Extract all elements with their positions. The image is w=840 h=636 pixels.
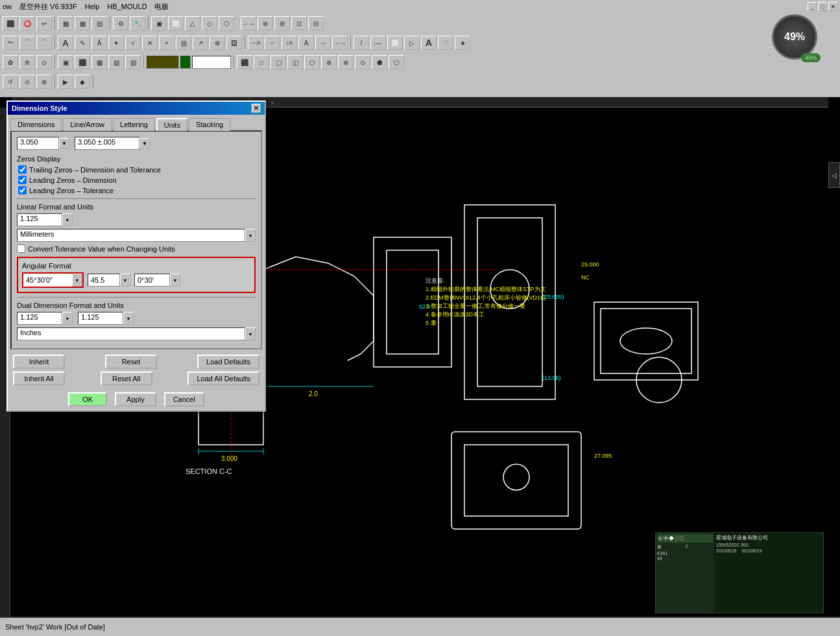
reset-button[interactable]: Reset xyxy=(105,355,157,369)
right-panel-toggle[interactable]: ◁ xyxy=(828,162,840,188)
leading-zeros-tol-checkbox[interactable] xyxy=(18,186,27,194)
tb3-16[interactable]: ⊙ xyxy=(355,55,370,69)
apply-button[interactable]: Apply xyxy=(115,392,156,406)
tab-dimensions[interactable]: Dimensions xyxy=(10,118,62,131)
load-all-defaults-button[interactable]: Load All Defaults xyxy=(187,371,259,386)
tb3-7[interactable]: ▧ xyxy=(108,55,124,69)
tb3-17[interactable]: ⬟ xyxy=(372,55,387,69)
angular-field-2[interactable]: 45.5 xyxy=(88,274,120,287)
tb-line3[interactable]: ⬜ xyxy=(387,36,403,50)
angular-field-1[interactable]: 45°30′0″ xyxy=(23,274,72,287)
toolbar-btn-14[interactable]: ⊞ xyxy=(274,16,290,30)
dual-value-1[interactable]: 1.125 xyxy=(17,312,62,325)
dual-value-1-arrow[interactable]: ▼ xyxy=(62,312,73,325)
tb3-5[interactable]: ⬛ xyxy=(75,55,90,69)
tb3-color1[interactable] xyxy=(147,56,179,69)
tb4-2[interactable]: ◎ xyxy=(19,75,35,89)
inherit-all-button[interactable]: Inherit All xyxy=(13,371,65,386)
tb3-2[interactable]: ⛤ xyxy=(19,55,35,69)
tb3-color2[interactable] xyxy=(180,56,191,69)
toolbar-btn-7[interactable]: ⚙ xyxy=(113,16,128,30)
convert-tolerance-checkbox[interactable] xyxy=(17,244,25,253)
linear-value-arrow[interactable]: ▼ xyxy=(62,213,73,226)
toolbar-btn-15[interactable]: ⊡ xyxy=(291,16,307,30)
tb3-18[interactable]: ⬠ xyxy=(389,55,404,69)
toolbar-btn-arrow[interactable]: →→ xyxy=(241,16,256,30)
tb-text4[interactable]: ✦ xyxy=(108,36,124,50)
tb4-1[interactable]: ↺ xyxy=(3,75,18,89)
tab-stacking[interactable]: Stacking xyxy=(189,118,230,131)
tab-lettering[interactable]: Lettering xyxy=(113,118,155,131)
tb-text[interactable]: A xyxy=(58,36,73,50)
tb-plus[interactable]: + xyxy=(159,36,174,50)
tb-dim1[interactable]: ↔A xyxy=(248,36,263,50)
tb-text2[interactable]: ✎ xyxy=(75,36,90,50)
tb-dim3[interactable]: ↕A xyxy=(282,36,297,50)
toolbar-btn-1[interactable]: ⬛ xyxy=(3,16,18,30)
tb3-3[interactable]: ⊙ xyxy=(36,55,52,69)
toolbar-btn-select[interactable]: ▣ xyxy=(151,16,167,30)
toolbar-btn-9[interactable]: ⬜ xyxy=(168,16,184,30)
tb-target[interactable]: ⊕ xyxy=(210,36,225,50)
units-field[interactable]: Millimeters xyxy=(17,229,245,242)
tab-units[interactable]: Units xyxy=(156,118,187,131)
tb-dim4[interactable]: A xyxy=(298,36,314,50)
menu-item-hbmould[interactable]: HB_MOULD xyxy=(107,3,147,10)
tb3-12[interactable]: ◫ xyxy=(287,55,303,69)
angular-field-3[interactable]: 0°30′ xyxy=(134,274,170,287)
tb3-9[interactable]: ⬛ xyxy=(237,55,252,69)
tb3-10[interactable]: □ xyxy=(254,55,269,69)
tb3-13[interactable]: ⬡ xyxy=(304,55,320,69)
tb4-4[interactable]: ▶ xyxy=(58,75,73,89)
preview-dropdown-1-button[interactable]: ▼ xyxy=(59,138,69,148)
dual-value-2[interactable]: 1.125 xyxy=(78,312,123,325)
tb-dim5[interactable]: → xyxy=(315,36,331,50)
tb-hatch[interactable]: ▥ xyxy=(176,36,191,50)
tab-line-arrow[interactable]: Line/Arrow xyxy=(63,118,112,131)
tb-heart[interactable]: ♡ xyxy=(438,36,453,50)
toolbar-btn-5[interactable]: ▦ xyxy=(75,16,90,30)
tb3-11[interactable]: ▢ xyxy=(270,55,286,69)
tb3-15[interactable]: ⊗ xyxy=(338,55,354,69)
toolbar-btn-10[interactable]: △ xyxy=(185,16,200,30)
tb-line1[interactable]: / xyxy=(354,36,369,50)
tb-line2[interactable]: — xyxy=(370,36,386,50)
ok-button[interactable]: OK xyxy=(68,392,107,406)
inherit-button[interactable]: Inherit xyxy=(13,355,65,369)
tb-dim2[interactable]: ↔ xyxy=(265,36,280,50)
window-maximize[interactable]: □ xyxy=(818,2,827,11)
tb-star[interactable]: ★ xyxy=(455,36,470,50)
tb4-3[interactable]: ⊕ xyxy=(36,75,52,89)
toolbar-btn-6[interactable]: ▤ xyxy=(91,16,107,30)
dual-value-2-arrow[interactable]: ▼ xyxy=(123,312,134,325)
menu-item-ow[interactable]: ow xyxy=(3,3,12,10)
toolbar-btn-3[interactable]: ↩ xyxy=(36,16,52,30)
tb-arrow2[interactable]: ↗ xyxy=(193,36,208,50)
menu-item-electrode[interactable]: 电极 xyxy=(154,2,169,12)
toolbar-btn-16[interactable]: ⊟ xyxy=(308,16,324,30)
dual-units-field[interactable]: Inches xyxy=(17,327,245,340)
toolbar-btn-8[interactable]: 🔧 xyxy=(130,16,145,30)
toolbar-btn-4[interactable]: ▦ xyxy=(58,16,73,30)
linear-value-field[interactable]: 1.125 xyxy=(17,213,62,226)
tb-sqrt[interactable]: √ xyxy=(125,36,141,50)
menu-item-help[interactable]: Help xyxy=(85,3,100,10)
tb4-5[interactable]: ◆ xyxy=(75,75,90,89)
preview-dropdown-2-button[interactable]: ▼ xyxy=(139,138,150,148)
tb-bigA[interactable]: A xyxy=(421,36,437,50)
tb-text3[interactable]: Ā xyxy=(91,36,107,50)
toolbar-btn-2[interactable]: ⭕ xyxy=(19,16,35,30)
toolbar-btn-13[interactable]: ⊕ xyxy=(258,16,273,30)
dual-units-arrow[interactable]: ▼ xyxy=(245,327,256,340)
tb-line4[interactable]: ▷ xyxy=(404,36,420,50)
toolbar-btn-12[interactable]: ⬡ xyxy=(219,16,234,30)
tb3-1[interactable]: ✿ xyxy=(3,55,18,69)
tb-curve2[interactable]: ⌒ xyxy=(19,36,35,50)
tb3-6[interactable]: ▩ xyxy=(91,55,107,69)
angular-field-3-arrow[interactable]: ▼ xyxy=(170,274,180,287)
angular-field-2-arrow[interactable]: ▼ xyxy=(120,274,130,287)
tb3-8[interactable]: ▨ xyxy=(125,55,141,69)
trailing-zeros-checkbox[interactable] xyxy=(18,165,27,174)
load-defaults-button[interactable]: Load Defaults xyxy=(197,355,259,369)
window-close[interactable]: ✕ xyxy=(828,2,837,11)
